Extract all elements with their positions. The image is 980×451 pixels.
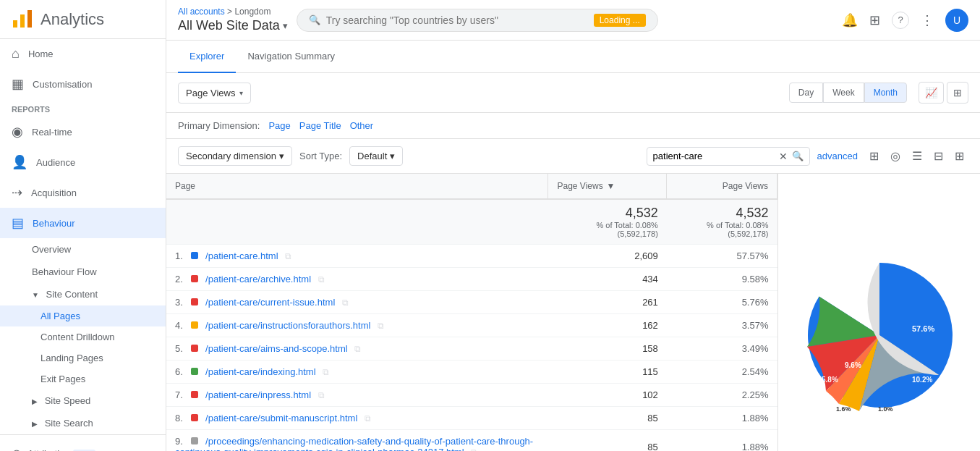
page-url-link[interactable]: /patient-care.html (205, 250, 278, 261)
sidebar-item-exit-pages[interactable]: Exit Pages (0, 368, 166, 389)
total-row: 4,532 % of Total: 0.08% (5,592,178) 4,53… (166, 199, 777, 245)
pie-label-main: 57.6% (912, 324, 934, 333)
overview-label: Overview (32, 244, 71, 255)
notifications-icon[interactable]: 🔔 (842, 12, 858, 28)
breadcrumb-account: Longdom (234, 7, 270, 17)
dimension-page-title[interactable]: Page Title (299, 120, 341, 131)
breadcrumb-all-accounts[interactable]: All accounts (178, 7, 225, 17)
help-icon[interactable]: ? (892, 12, 909, 29)
sidebar-item-realtime[interactable]: ◉ Real-time (0, 117, 166, 147)
line-chart-icon[interactable]: 📈 (919, 82, 944, 104)
svg-rect-1 (20, 14, 25, 28)
behaviour-icon: ▤ (12, 215, 24, 231)
page-url-link[interactable]: /patient-care/indexing.html (205, 366, 315, 377)
copy-icon[interactable]: ⧉ (378, 321, 384, 331)
sidebar-item-behaviour-flow[interactable]: Behaviour Flow (0, 261, 166, 283)
date-range-buttons: Day Week Month (789, 83, 907, 103)
search-filter-input[interactable] (653, 151, 775, 161)
sidebar-item-all-pages[interactable]: All Pages (0, 305, 166, 326)
sidebar-item-content-drilldown[interactable]: Content Drilldown (0, 326, 166, 347)
row-color-dot (191, 298, 198, 305)
more-options-icon[interactable]: ⋮ (921, 12, 934, 28)
row-number: 9. (175, 436, 183, 447)
copy-icon[interactable]: ⧉ (318, 274, 325, 284)
main-content: All accounts > Longdom All Web Site Data… (166, 0, 980, 451)
search-input[interactable] (326, 14, 588, 26)
sort-desc-icon[interactable]: ▼ (606, 181, 615, 191)
page-url-link[interactable]: /patient-care/current-issue.html (205, 297, 335, 308)
svg-rect-0 (13, 20, 17, 28)
sidebar-item-attribution[interactable]: ◎ Attribution BETA (0, 441, 166, 451)
page-views-dropdown[interactable]: Page Views ▾ (178, 83, 251, 104)
secondary-dimension-dropdown[interactable]: Secondary dimension ▾ (178, 146, 292, 166)
tab-explorer[interactable]: Explorer (178, 41, 236, 73)
breadcrumb: All accounts > Longdom (178, 7, 288, 17)
sidebar-item-site-speed[interactable]: ▶ Site Speed (0, 389, 166, 412)
search-bar[interactable]: 🔍 Loading ... (297, 9, 658, 32)
copy-icon[interactable]: ⧉ (323, 367, 329, 377)
views-cell: 85 (548, 430, 667, 452)
landing-pages-label: Landing Pages (41, 353, 103, 363)
copy-icon[interactable]: ⧉ (471, 447, 477, 451)
acquisition-icon: ⇢ (12, 185, 22, 201)
month-button[interactable]: Month (864, 83, 907, 103)
sidebar-item-behaviour-label: Behaviour (33, 218, 75, 229)
user-avatar[interactable]: U (945, 9, 968, 32)
table-row: 9. /proceedings/enhancing-medication-saf… (166, 430, 777, 452)
sidebar-item-customisation[interactable]: ▦ Customisation (0, 69, 166, 99)
account-name[interactable]: All Web Site Data ▾ (178, 18, 288, 33)
page-url-link[interactable]: /patient-care/inpress.html (205, 389, 311, 400)
col-page-header: Page (166, 174, 548, 199)
pie-label-yellow: 1.6% (836, 405, 851, 413)
copy-icon[interactable]: ⧉ (354, 344, 361, 354)
search-filter[interactable]: ✕ 🔍 (647, 147, 810, 166)
page-url-link[interactable]: /patient-care/instructionsforauthors.htm… (205, 320, 370, 331)
total-views2-cell: 4,532 % of Total: 0.08% (5,592,178) (667, 199, 777, 245)
search-filter-icon[interactable]: 🔍 (792, 151, 804, 161)
comparison-icon[interactable]: ⊟ (929, 146, 947, 166)
week-button[interactable]: Week (823, 83, 864, 103)
sidebar-item-behaviour[interactable]: ▤ Behaviour (0, 208, 166, 238)
behaviour-flow-label: Behaviour Flow (32, 266, 97, 277)
sort-type-dropdown[interactable]: Default ▾ (349, 146, 403, 166)
sidebar-item-site-search[interactable]: ▶ Site Search (0, 412, 166, 434)
sidebar-item-acquisition[interactable]: ⇢ Acquisition (0, 177, 166, 208)
copy-icon[interactable]: ⧉ (365, 413, 371, 423)
page-url-link[interactable]: /patient-care/submit-manuscript.html (205, 413, 357, 423)
list-view-icon[interactable]: ☰ (908, 146, 926, 166)
views-cell: 2,609 (548, 245, 667, 268)
views-cell: 434 (548, 268, 667, 291)
loading-badge: Loading ... (594, 14, 646, 27)
page-url-link[interactable]: /patient-care/aims-and-scope.html (205, 343, 348, 354)
dimension-page[interactable]: Page (268, 120, 290, 131)
collapse-icon: ▶ (32, 397, 38, 405)
sidebar-item-site-content[interactable]: ▼ Site Content (0, 283, 166, 305)
sidebar-bottom: ◎ Attribution BETA ⚙ ‹ (0, 434, 166, 451)
page-views-column-select[interactable]: Page Views (557, 181, 603, 191)
copy-icon[interactable]: ⧉ (342, 298, 349, 308)
bar-chart-icon[interactable]: ⊞ (947, 82, 968, 104)
copy-icon[interactable]: ⧉ (318, 390, 325, 400)
account-label-text: All Web Site Data (178, 18, 280, 33)
advanced-filter-link[interactable]: advanced (817, 151, 858, 161)
grid-view-icon[interactable]: ⊞ (865, 146, 883, 166)
page-url-link[interactable]: /patient-care/archive.html (205, 274, 311, 284)
col-pageviews2-header: Page Views (667, 174, 777, 199)
sidebar-item-audience[interactable]: 👤 Audience (0, 147, 166, 177)
sidebar-item-home[interactable]: ⌂ Home (0, 39, 166, 69)
pie-view-icon[interactable]: ◎ (886, 146, 905, 166)
row-color-dot (191, 252, 198, 259)
copy-icon[interactable]: ⧉ (285, 251, 291, 261)
sidebar-item-landing-pages[interactable]: Landing Pages (0, 347, 166, 368)
apps-grid-icon[interactable]: ⊞ (869, 12, 880, 28)
row-number: 2. (175, 274, 183, 284)
row-number: 1. (175, 250, 183, 261)
day-button[interactable]: Day (789, 83, 823, 103)
total-views-subtext: % of Total: 0.08% (5,592,178) (557, 221, 658, 238)
dimension-other[interactable]: Other (350, 120, 374, 131)
sidebar-item-overview[interactable]: Overview (0, 238, 166, 261)
page-url-link[interactable]: /proceedings/enhancing-medication-safety… (175, 436, 533, 451)
tab-navigation-summary[interactable]: Navigation Summary (236, 41, 346, 73)
search-clear-icon[interactable]: ✕ (779, 151, 788, 162)
pivot-icon[interactable]: ⊞ (950, 146, 968, 166)
